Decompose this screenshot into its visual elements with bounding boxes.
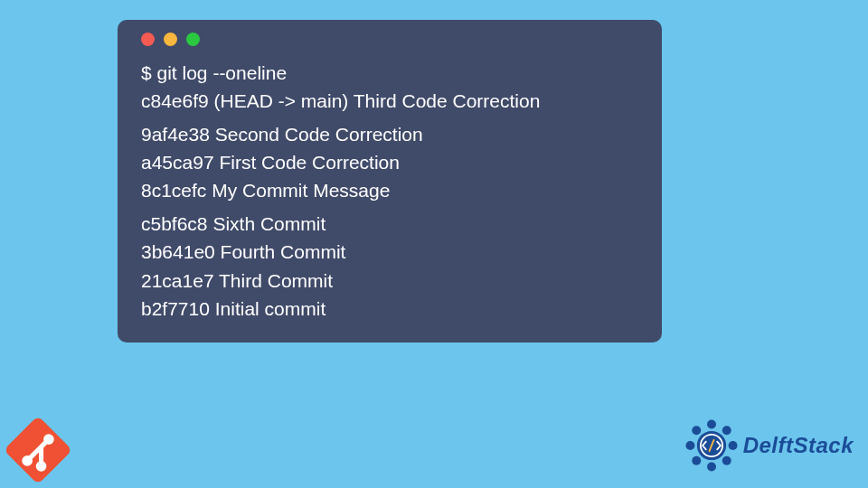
delftstack-logo: DelftStack [684, 418, 854, 474]
delftstack-text: DelftStack [743, 433, 854, 458]
terminal-window: $ git log --oneline c84e6f9 (HEAD -> mai… [118, 20, 662, 343]
window-controls [141, 33, 644, 46]
log-line: c84e6f9 (HEAD -> main) Third Code Correc… [141, 87, 644, 115]
svg-point-11 [692, 456, 701, 465]
log-line: b2f7710 Initial commit [141, 295, 644, 323]
log-line: 21ca1e7 Third Commit [141, 267, 644, 295]
git-logo-icon [0, 412, 76, 488]
delftstack-badge-icon [684, 418, 740, 474]
svg-point-6 [707, 419, 716, 428]
terminal-output: $ git log --oneline c84e6f9 (HEAD -> mai… [141, 59, 644, 323]
svg-point-7 [722, 426, 731, 435]
log-line: c5bf6c8 Sixth Commit [141, 210, 644, 238]
svg-point-12 [685, 441, 694, 450]
log-line: 3b641e0 Fourth Commit [141, 238, 644, 266]
minimize-icon[interactable] [164, 33, 177, 46]
svg-point-9 [722, 456, 731, 465]
close-icon[interactable] [141, 33, 155, 46]
log-line: 9af4e38 Second Code Correction [141, 120, 644, 148]
svg-point-10 [707, 463, 716, 472]
maximize-icon[interactable] [186, 33, 200, 46]
svg-point-8 [728, 441, 737, 450]
log-line: 8c1cefc My Commit Message [141, 176, 644, 204]
svg-point-13 [692, 426, 701, 435]
command-line: $ git log --oneline [141, 59, 644, 87]
log-line: a45ca97 First Code Correction [141, 148, 644, 176]
